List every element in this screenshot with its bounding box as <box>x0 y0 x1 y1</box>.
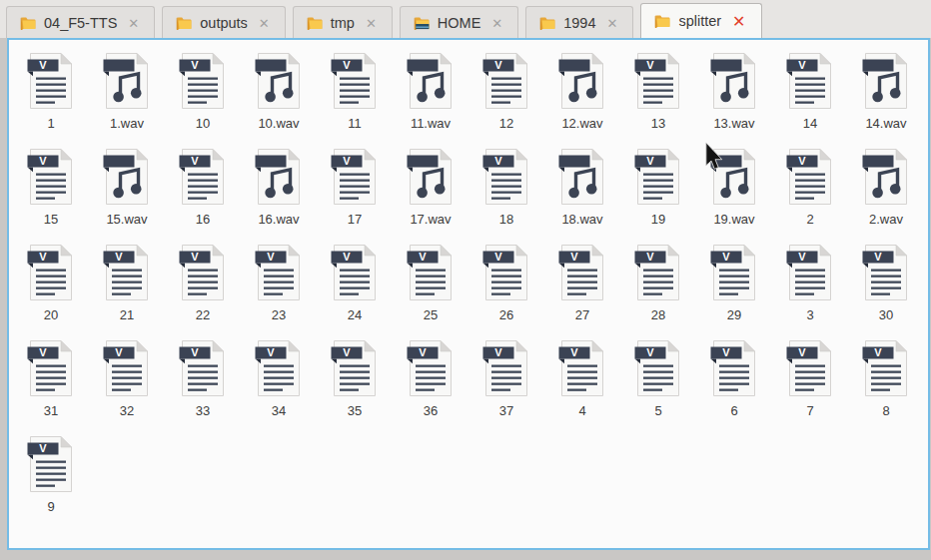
file-3[interactable]: V 3 <box>772 244 848 339</box>
file-30[interactable]: V 30 <box>848 244 924 339</box>
file-label: 24 <box>348 308 362 321</box>
file-10.wav[interactable]: V 10.wav <box>241 52 317 148</box>
file-1[interactable]: V 1 <box>13 52 89 148</box>
file-19[interactable]: V 19 <box>620 148 696 244</box>
file-6[interactable]: V 6 <box>696 339 772 435</box>
file-label: 11 <box>348 117 362 130</box>
vim-badge: V <box>115 251 123 263</box>
file-icon: V <box>482 148 530 206</box>
file-label: 1.wav <box>110 117 144 130</box>
file-7[interactable]: V 7 <box>772 339 848 435</box>
file-36[interactable]: V 36 <box>393 339 468 435</box>
file-10[interactable]: V 10 <box>165 52 241 148</box>
file-label: 19 <box>651 213 665 226</box>
file-icon: V <box>558 244 606 301</box>
tab-04_f5-tts[interactable]: 04_F5-TTS ✕ <box>6 6 155 38</box>
file-26[interactable]: V 26 <box>468 244 544 339</box>
vim-badge: V <box>343 59 351 71</box>
file-19.wav[interactable]: V 19.wav <box>696 148 772 244</box>
tab-label: splitter <box>678 13 721 29</box>
file-label: 18.wav <box>561 213 602 226</box>
file-2[interactable]: V 2 <box>772 148 848 244</box>
folder-icon <box>539 16 555 30</box>
file-icon: V <box>482 339 530 397</box>
vim-badge: V <box>570 346 578 358</box>
tab-close-icon[interactable]: ✕ <box>604 16 619 31</box>
file-33[interactable]: V 33 <box>165 339 241 435</box>
file-27[interactable]: V 27 <box>544 244 620 339</box>
file-13.wav[interactable]: V 13.wav <box>696 52 772 148</box>
file-label: 19.wav <box>713 213 754 226</box>
file-25[interactable]: V 25 <box>393 244 468 339</box>
file-9[interactable]: V 9 <box>13 435 89 531</box>
folder-icon <box>414 16 430 30</box>
file-label: 2.wav <box>869 213 903 226</box>
file-23[interactable]: V 23 <box>241 244 317 339</box>
file-14[interactable]: V 14 <box>772 52 848 148</box>
file-icon: V <box>710 52 758 110</box>
file-21[interactable]: V 21 <box>89 244 165 339</box>
file-14.wav[interactable]: V 14.wav <box>848 52 924 148</box>
file-11[interactable]: V 11 <box>317 52 393 148</box>
tab-home[interactable]: HOME ✕ <box>400 6 518 38</box>
file-icon: V <box>862 52 910 110</box>
tab-tmp[interactable]: tmp ✕ <box>293 6 393 38</box>
file-18[interactable]: V 18 <box>468 148 544 244</box>
tab-close-icon[interactable]: ✕ <box>126 16 141 31</box>
file-1.wav[interactable]: V 1.wav <box>89 52 165 148</box>
file-label: 25 <box>424 308 438 321</box>
tab-close-icon[interactable]: ✕ <box>489 16 504 31</box>
file-13[interactable]: V 13 <box>620 52 696 148</box>
file-label: 6 <box>730 404 737 417</box>
file-11.wav[interactable]: V 11.wav <box>393 52 468 148</box>
vim-badge: V <box>646 251 654 263</box>
file-12.wav[interactable]: V 12.wav <box>544 52 620 148</box>
vim-badge: V <box>343 155 351 167</box>
file-20[interactable]: V 20 <box>13 244 89 339</box>
file-label: 9 <box>47 500 54 513</box>
file-18.wav[interactable]: V 18.wav <box>544 148 620 244</box>
file-5[interactable]: V 5 <box>620 339 696 435</box>
file-32[interactable]: V 32 <box>89 339 165 435</box>
file-17[interactable]: V 17 <box>317 148 393 244</box>
file-16[interactable]: V 16 <box>165 148 241 244</box>
file-8[interactable]: V 8 <box>848 339 924 435</box>
tab-splitter[interactable]: splitter ✕ <box>640 3 761 38</box>
folder-icon <box>20 16 36 30</box>
tab-1994[interactable]: 1994 ✕ <box>525 6 633 38</box>
file-icon: V <box>407 52 455 110</box>
file-2.wav[interactable]: V 2.wav <box>848 148 924 244</box>
file-label: 8 <box>882 404 889 417</box>
file-icon: V <box>786 339 834 397</box>
file-icon: V <box>255 52 303 110</box>
file-label: 23 <box>272 308 286 321</box>
file-15.wav[interactable]: V 15.wav <box>89 148 165 244</box>
file-31[interactable]: V 31 <box>13 339 89 435</box>
tab-close-icon[interactable]: ✕ <box>730 13 747 31</box>
file-17.wav[interactable]: V 17.wav <box>393 148 468 244</box>
folder-icon <box>176 16 192 30</box>
file-35[interactable]: V 35 <box>317 339 393 435</box>
file-24[interactable]: V 24 <box>317 244 393 339</box>
file-15[interactable]: V 15 <box>13 148 89 244</box>
file-22[interactable]: V 22 <box>165 244 241 339</box>
file-12[interactable]: V 12 <box>468 52 544 148</box>
file-label: 11.wav <box>411 117 451 130</box>
file-label: 10 <box>196 117 210 130</box>
file-label: 16.wav <box>258 213 299 226</box>
file-icon: V <box>786 244 834 301</box>
file-29[interactable]: V 29 <box>696 244 772 339</box>
file-34[interactable]: V 34 <box>241 339 317 435</box>
vim-badge: V <box>798 155 806 167</box>
tab-close-icon[interactable]: ✕ <box>364 16 379 31</box>
file-icon: V <box>407 148 455 206</box>
file-manager-window: 04_F5-TTS ✕ outputs ✕ tmp ✕ <box>0 0 931 560</box>
file-4[interactable]: V 4 <box>544 339 620 435</box>
tab-close-icon[interactable]: ✕ <box>257 16 272 31</box>
file-16.wav[interactable]: V 16.wav <box>241 148 317 244</box>
tab-outputs[interactable]: outputs ✕ <box>162 6 285 38</box>
vim-badge: V <box>798 251 806 263</box>
file-37[interactable]: V 37 <box>468 339 544 435</box>
file-28[interactable]: V 28 <box>620 244 696 339</box>
file-icon: V <box>862 244 910 301</box>
